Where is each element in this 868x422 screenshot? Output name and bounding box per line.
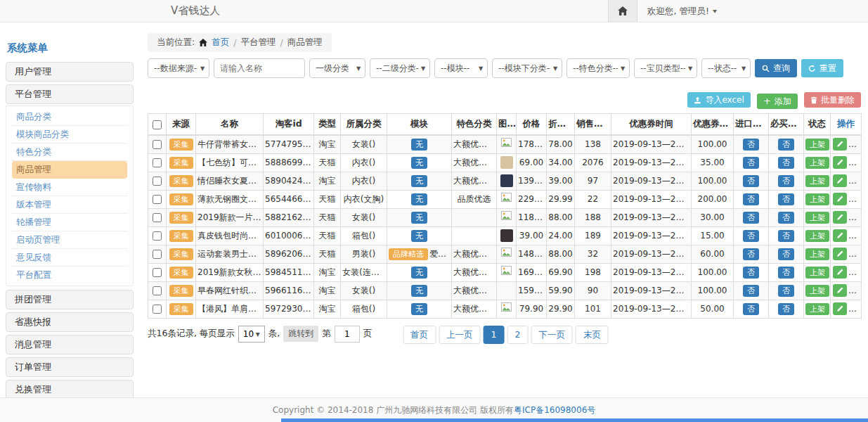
sidebar-item-1-1[interactable]: 模块商品分类 (12, 126, 127, 143)
batch-delete-button[interactable]: 批量删除 (804, 92, 861, 108)
sidebar-section-2[interactable]: 拼团管理 (6, 290, 134, 309)
row-checkbox[interactable] (153, 268, 162, 277)
per-page-select[interactable]: 10 (238, 326, 265, 343)
import-excel-button[interactable]: 导入excel (687, 92, 750, 108)
import-select-badge[interactable]: 否 (743, 157, 759, 169)
must-buy-badge[interactable]: 否 (778, 139, 794, 151)
must-buy-badge[interactable]: 否 (778, 303, 794, 315)
import-select-badge[interactable]: 否 (743, 230, 759, 242)
filter-select-0[interactable]: --数据来源-- (148, 58, 209, 78)
edit-button[interactable] (833, 229, 847, 242)
sidebar-item-1-4[interactable]: 宣传物料 (12, 179, 127, 196)
import-select-badge[interactable]: 否 (743, 139, 759, 151)
status-badge[interactable]: 上架 (805, 212, 829, 224)
must-buy-badge[interactable]: 否 (778, 175, 794, 187)
filter-select-2[interactable]: 一级分类 (309, 58, 365, 78)
row-checkbox[interactable] (153, 286, 162, 295)
import-select-badge[interactable]: 否 (743, 285, 759, 297)
page-button-1[interactable]: 上一页 (439, 326, 481, 344)
status-badge[interactable]: 上架 (805, 230, 829, 242)
sidebar-item-1-5[interactable]: 版本管理 (12, 196, 127, 214)
sidebar-section-3[interactable]: 省惠快报 (6, 312, 134, 332)
page-button-4[interactable]: 下一页 (531, 326, 573, 344)
page-button-2[interactable]: 1 (484, 326, 505, 344)
search-button[interactable]: 查询 (755, 59, 797, 77)
import-select-badge[interactable]: 否 (743, 303, 759, 315)
status-badge[interactable]: 上架 (805, 285, 829, 297)
edit-button[interactable] (833, 211, 847, 224)
sidebar-item-1-2[interactable]: 特色分类 (12, 143, 127, 161)
breadcrumb-home-link[interactable]: 首页 (212, 37, 229, 49)
must-buy-badge[interactable]: 否 (778, 157, 794, 169)
must-buy-badge[interactable]: 否 (778, 248, 794, 260)
edit-button[interactable] (833, 266, 847, 279)
status-badge[interactable]: 上架 (805, 157, 829, 169)
import-select-badge[interactable]: 否 (743, 175, 759, 187)
sidebar-section-6[interactable]: 兑换管理 (6, 380, 134, 399)
must-buy-badge[interactable]: 否 (778, 230, 794, 242)
filter-select-7[interactable]: --宝贝类型-- (634, 58, 697, 78)
user-menu[interactable]: 欢迎您, 管理员! ▼ (647, 6, 717, 18)
filter-select-3[interactable]: --二级分类-- (370, 58, 430, 78)
row-checkbox[interactable] (153, 231, 162, 241)
page-button-3[interactable]: 2 (507, 326, 529, 344)
status-badge[interactable]: 上架 (805, 139, 829, 151)
sidebar-item-1-0[interactable]: 商品分类 (12, 108, 127, 126)
sidebar-section-5[interactable]: 订单管理 (6, 357, 134, 377)
filter-select-5[interactable]: --模块下分类-- (492, 58, 562, 78)
sidebar-item-1-6[interactable]: 轮播管理 (12, 214, 127, 231)
status-badge[interactable]: 上架 (805, 193, 829, 205)
home-button[interactable] (608, 0, 637, 22)
filter-select-6[interactable]: --特色分类-- (566, 58, 630, 78)
status-badge[interactable]: 上架 (805, 248, 829, 260)
edit-button[interactable] (833, 284, 847, 297)
page-button-5[interactable]: 末页 (576, 326, 609, 344)
edit-button[interactable] (833, 156, 847, 169)
import-select-badge[interactable]: 否 (743, 248, 759, 260)
reset-button[interactable]: 重置 (801, 59, 843, 77)
trash-icon (810, 96, 817, 104)
import-select-badge[interactable]: 否 (743, 212, 759, 224)
edit-button[interactable] (833, 193, 847, 205)
sidebar-item-1-7[interactable]: 启动页管理 (12, 231, 127, 249)
add-button[interactable]: + 添加 (757, 94, 798, 109)
sidebar-item-1-8[interactable]: 意见反馈 (12, 249, 127, 267)
row-checkbox[interactable] (153, 158, 162, 167)
col-header-10: 销售数量 (575, 113, 611, 135)
icp-link[interactable]: 粤ICP备16098006号 (514, 405, 595, 415)
row-checkbox[interactable] (153, 305, 162, 314)
table-row: 采集早春网红针织外套女春...596611634525淘宝女装()无大额优惠券1… (148, 281, 862, 300)
filter-select-8[interactable]: --状态-- (701, 58, 751, 78)
name-filter-input[interactable] (214, 58, 305, 78)
sidebar-section-1[interactable]: 平台管理 (6, 84, 134, 104)
row-checkbox[interactable] (153, 250, 162, 259)
edit-button[interactable] (833, 138, 847, 151)
edit-button[interactable] (833, 174, 847, 187)
sidebar-item-1-3[interactable]: 商品管理 (12, 161, 127, 179)
sidebar-section-4[interactable]: 消息管理 (6, 335, 134, 354)
must-buy-badge[interactable]: 否 (778, 285, 794, 297)
horizontal-scrollbar-thumb[interactable] (281, 418, 868, 422)
page-button-0[interactable]: 首页 (403, 326, 436, 344)
edit-button[interactable] (833, 302, 847, 315)
import-select-badge[interactable]: 否 (743, 267, 759, 279)
row-checkbox[interactable] (153, 213, 162, 222)
jump-button[interactable]: 跳转到 (283, 326, 318, 342)
sidebar-item-1-9[interactable]: 平台配置 (12, 267, 127, 283)
edit-button[interactable] (833, 248, 847, 260)
row-checkbox[interactable] (153, 177, 162, 186)
import-select-badge[interactable]: 否 (743, 193, 759, 205)
sidebar-section-0[interactable]: 用户管理 (6, 62, 134, 82)
must-buy-badge[interactable]: 否 (778, 267, 794, 279)
select-all-checkbox[interactable] (153, 120, 162, 129)
status-badge[interactable]: 上架 (805, 175, 829, 187)
jump-page-input[interactable] (335, 326, 360, 343)
row-checkbox[interactable] (153, 195, 162, 204)
status-cell: 上架 (804, 263, 831, 281)
must-buy-badge[interactable]: 否 (778, 212, 794, 224)
filter-select-4[interactable]: --模块-- (434, 58, 488, 78)
row-checkbox[interactable] (153, 140, 162, 149)
status-badge[interactable]: 上架 (805, 303, 829, 315)
status-badge[interactable]: 上架 (805, 267, 829, 279)
must-buy-badge[interactable]: 否 (778, 193, 794, 205)
